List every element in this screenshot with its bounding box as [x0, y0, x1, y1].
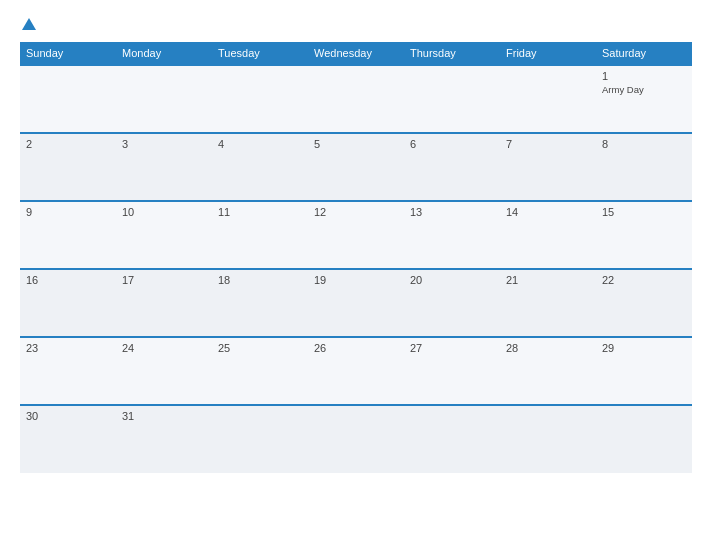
day-header-thursday: Thursday: [404, 42, 500, 65]
calendar-cell: 28: [500, 337, 596, 405]
calendar-cell: 16: [20, 269, 116, 337]
calendar-header: SundayMondayTuesdayWednesdayThursdayFrid…: [20, 42, 692, 65]
calendar-cell: 23: [20, 337, 116, 405]
day-number: 21: [506, 274, 590, 286]
day-header-tuesday: Tuesday: [212, 42, 308, 65]
calendar-cell: [308, 405, 404, 473]
calendar-cell: 25: [212, 337, 308, 405]
calendar-cell: [212, 65, 308, 133]
day-number: 11: [218, 206, 302, 218]
calendar-cell: [596, 405, 692, 473]
day-number: 19: [314, 274, 398, 286]
calendar-cell: 29: [596, 337, 692, 405]
calendar-cell: 3: [116, 133, 212, 201]
calendar-cell: [500, 405, 596, 473]
calendar-cell: 18: [212, 269, 308, 337]
day-number: 17: [122, 274, 206, 286]
calendar-cell: 15: [596, 201, 692, 269]
calendar-page: SundayMondayTuesdayWednesdayThursdayFrid…: [0, 0, 712, 550]
calendar-cell: 13: [404, 201, 500, 269]
day-number: 29: [602, 342, 686, 354]
day-number: 9: [26, 206, 110, 218]
calendar-cell: 4: [212, 133, 308, 201]
calendar-cell: 7: [500, 133, 596, 201]
week-row: 23242526272829: [20, 337, 692, 405]
calendar-cell: 14: [500, 201, 596, 269]
day-header-saturday: Saturday: [596, 42, 692, 65]
day-header-wednesday: Wednesday: [308, 42, 404, 65]
day-number: 8: [602, 138, 686, 150]
calendar-body: 1Army Day2345678910111213141516171819202…: [20, 65, 692, 473]
day-number: 26: [314, 342, 398, 354]
week-row: 2345678: [20, 133, 692, 201]
week-row: 3031: [20, 405, 692, 473]
day-number: 18: [218, 274, 302, 286]
calendar-cell: 8: [596, 133, 692, 201]
day-number: 27: [410, 342, 494, 354]
calendar-cell: [404, 405, 500, 473]
day-number: 13: [410, 206, 494, 218]
calendar-cell: 11: [212, 201, 308, 269]
calendar-cell: [212, 405, 308, 473]
calendar-cell: 27: [404, 337, 500, 405]
logo-general: [20, 16, 36, 32]
days-header-row: SundayMondayTuesdayWednesdayThursdayFrid…: [20, 42, 692, 65]
day-number: 1: [602, 70, 686, 82]
day-number: 14: [506, 206, 590, 218]
day-event: Army Day: [602, 84, 686, 95]
day-number: 4: [218, 138, 302, 150]
week-row: 16171819202122: [20, 269, 692, 337]
day-number: 10: [122, 206, 206, 218]
calendar-cell: 1Army Day: [596, 65, 692, 133]
day-number: 5: [314, 138, 398, 150]
day-number: 6: [410, 138, 494, 150]
day-number: 30: [26, 410, 110, 422]
calendar-cell: 26: [308, 337, 404, 405]
week-row: 9101112131415: [20, 201, 692, 269]
day-number: 25: [218, 342, 302, 354]
day-number: 23: [26, 342, 110, 354]
day-header-friday: Friday: [500, 42, 596, 65]
header: [20, 16, 692, 32]
calendar-cell: 22: [596, 269, 692, 337]
calendar-cell: 2: [20, 133, 116, 201]
day-number: 16: [26, 274, 110, 286]
calendar-cell: 6: [404, 133, 500, 201]
week-row: 1Army Day: [20, 65, 692, 133]
day-number: 22: [602, 274, 686, 286]
calendar-cell: 10: [116, 201, 212, 269]
day-number: 15: [602, 206, 686, 218]
calendar-cell: 30: [20, 405, 116, 473]
calendar-cell: 9: [20, 201, 116, 269]
calendar-cell: [404, 65, 500, 133]
calendar-cell: [20, 65, 116, 133]
day-number: 20: [410, 274, 494, 286]
day-number: 3: [122, 138, 206, 150]
day-number: 2: [26, 138, 110, 150]
logo-triangle-icon: [22, 18, 36, 30]
calendar-table: SundayMondayTuesdayWednesdayThursdayFrid…: [20, 42, 692, 473]
calendar-cell: 12: [308, 201, 404, 269]
calendar-cell: 19: [308, 269, 404, 337]
day-header-monday: Monday: [116, 42, 212, 65]
calendar-cell: 20: [404, 269, 500, 337]
calendar-cell: 21: [500, 269, 596, 337]
day-number: 31: [122, 410, 206, 422]
calendar-cell: [500, 65, 596, 133]
day-number: 28: [506, 342, 590, 354]
calendar-cell: [116, 65, 212, 133]
day-number: 24: [122, 342, 206, 354]
calendar-cell: 31: [116, 405, 212, 473]
day-number: 7: [506, 138, 590, 150]
day-header-sunday: Sunday: [20, 42, 116, 65]
logo: [20, 16, 36, 32]
calendar-cell: 5: [308, 133, 404, 201]
day-number: 12: [314, 206, 398, 218]
calendar-cell: [308, 65, 404, 133]
calendar-cell: 24: [116, 337, 212, 405]
calendar-cell: 17: [116, 269, 212, 337]
